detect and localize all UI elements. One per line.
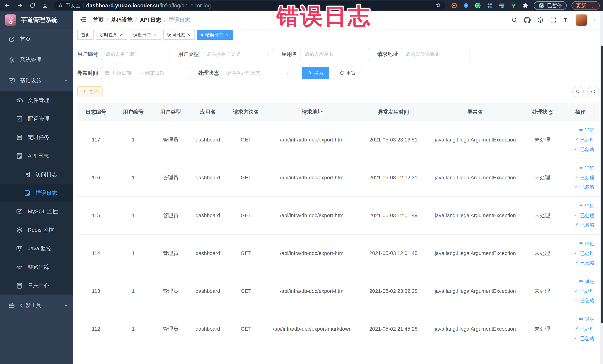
extensions-puzzle-icon[interactable]: [522, 2, 529, 9]
sidebar-item-access-log[interactable]: 访问日志: [0, 165, 73, 184]
sidebar-item-infra[interactable]: 基础设施: [0, 70, 73, 91]
check-icon: [574, 146, 579, 153]
extension-plant-icon[interactable]: [510, 2, 517, 9]
action-detail-link[interactable]: 详细: [579, 279, 594, 285]
action-ignored-link[interactable]: 已忽略: [574, 184, 594, 190]
omnibox-divider: [83, 3, 84, 8]
reload-icon[interactable]: [29, 2, 36, 10]
sidebar-item-system[interactable]: 系统管理: [0, 49, 73, 70]
tab-访问日志[interactable]: 访问日志: [163, 30, 195, 40]
column-header: 异常名: [428, 103, 523, 121]
action-processed-link[interactable]: 已处理: [574, 175, 594, 181]
toggle-search-button[interactable]: [572, 86, 584, 97]
app-name-input[interactable]: [301, 48, 369, 60]
cell-app: dashboard: [189, 121, 227, 159]
action-processed-link[interactable]: 已处理: [574, 137, 594, 143]
scrollbar-track[interactable]: [600, 11, 603, 364]
action-ignored-link[interactable]: 已忽略: [574, 335, 594, 342]
update-button[interactable]: 更新 ⋮: [571, 1, 600, 10]
scrollbar-thumb[interactable]: [601, 46, 603, 323]
extension-on-badge-icon[interactable]: on: [498, 2, 505, 9]
security-warning-icon[interactable]: [58, 3, 63, 9]
bookmark-star-icon[interactable]: [435, 2, 441, 9]
action-processed-link[interactable]: 已处理: [574, 326, 594, 332]
sidebar-item-home[interactable]: 首页: [0, 29, 73, 49]
sidebar-item-tracer[interactable]: 链路追踪: [0, 258, 73, 276]
close-icon[interactable]: [153, 33, 157, 37]
upload-cloud-icon: [16, 97, 23, 104]
export-button[interactable]: 导出: [77, 86, 103, 97]
cell-id: 117: [77, 121, 115, 159]
dashboard-icon: [8, 35, 15, 43]
end-date-input[interactable]: [143, 67, 175, 79]
extension-grid-icon[interactable]: [486, 2, 493, 9]
close-icon[interactable]: [225, 33, 229, 37]
close-icon[interactable]: [187, 33, 191, 37]
action-ignored-link[interactable]: 已忽略: [574, 297, 594, 304]
action-ignored-link[interactable]: 已忽略: [574, 260, 594, 266]
extension-shield-icon[interactable]: [463, 2, 470, 9]
extension-orange-icon[interactable]: [451, 2, 458, 9]
profile-paused-pill[interactable]: 🤣 已暂停: [534, 1, 567, 10]
sidebar-item-redis[interactable]: Redis 监控: [0, 221, 73, 239]
request-url-input[interactable]: [401, 48, 470, 60]
font-size-icon[interactable]: [563, 16, 570, 24]
help-icon[interactable]: [537, 16, 544, 24]
breadcrumb-item: 错误日志: [169, 16, 190, 24]
avatar-caret-icon[interactable]: [592, 17, 597, 23]
sidebar-item-error-log[interactable]: 错误日志: [0, 184, 73, 202]
search-button[interactable]: 搜索: [302, 67, 329, 79]
infra-icon: [8, 77, 15, 84]
url-bar[interactable]: 不安全 dashboard.yudao.iocoder.cn/infra/log…: [54, 1, 445, 10]
breadcrumb-item[interactable]: 基础设施: [111, 16, 133, 24]
action-processed-link[interactable]: 已处理: [574, 212, 594, 219]
browser-menu-dots-icon[interactable]: ⋮: [590, 2, 595, 9]
sidebar-item-file[interactable]: 文件管理: [0, 91, 73, 110]
extension-green-icon[interactable]: [474, 2, 481, 9]
action-processed-link[interactable]: 已处理: [574, 288, 594, 294]
home-icon[interactable]: [41, 2, 49, 10]
breadcrumb-item[interactable]: API 日志: [140, 16, 161, 24]
cell-id: 115: [77, 197, 115, 234]
check-icon: [574, 335, 579, 341]
sidebar-item-config[interactable]: 配置管理: [0, 110, 73, 128]
sidebar-collapse-icon[interactable]: [80, 16, 88, 24]
back-icon[interactable]: [3, 2, 11, 10]
reset-button[interactable]: 重置: [334, 67, 361, 79]
action-ignored-link[interactable]: 已忽略: [574, 222, 594, 228]
tab-错误日志[interactable]: 错误日志: [197, 30, 233, 40]
sidebar-item-java[interactable]: Java 监控: [0, 239, 73, 258]
sidebar-item-dev-tools[interactable]: 研发工具: [0, 295, 73, 316]
start-date-input[interactable]: [110, 67, 141, 79]
tab-调度日志[interactable]: 调度日志: [129, 30, 161, 40]
date-range-picker[interactable]: -: [101, 67, 190, 79]
action-detail-link[interactable]: 详细: [579, 165, 594, 172]
user-type-select[interactable]: [202, 48, 273, 60]
user-id-input[interactable]: [101, 48, 170, 60]
avatar[interactable]: [576, 14, 587, 26]
action-ignored-link[interactable]: 已忽略: [574, 146, 594, 153]
breadcrumb-item[interactable]: 首页: [93, 16, 104, 24]
search-icon[interactable]: [511, 16, 518, 24]
action-detail-link[interactable]: 详细: [579, 316, 594, 323]
user-type-label: 用户类型: [178, 51, 199, 58]
log-center-icon: [16, 282, 23, 289]
sidebar-item-api-log[interactable]: API 日志: [0, 147, 73, 165]
action-processed-link[interactable]: 已处理: [574, 250, 594, 257]
tab-首页[interactable]: 首页: [77, 30, 94, 40]
sidebar-item-mysql[interactable]: MySQL 监控: [0, 202, 73, 221]
action-detail-link[interactable]: 详细: [579, 203, 594, 209]
sidebar-item-job[interactable]: 定时任务: [0, 128, 73, 147]
refresh-table-button[interactable]: [587, 86, 599, 97]
fullscreen-icon[interactable]: [550, 16, 557, 24]
tab-定时任务[interactable]: 定时任务: [96, 30, 127, 40]
github-icon[interactable]: [524, 16, 531, 24]
close-icon[interactable]: [119, 33, 124, 37]
process-status-select[interactable]: [222, 67, 293, 79]
sidebar-item-log-center[interactable]: 日志中心: [0, 276, 73, 295]
action-detail-link[interactable]: 详细: [579, 127, 594, 134]
forward-icon[interactable]: [16, 2, 24, 10]
action-detail-link[interactable]: 详细: [579, 241, 594, 247]
logo-row[interactable]: 🐰 芋道管理系统: [0, 11, 73, 29]
check-icon: [574, 288, 579, 294]
